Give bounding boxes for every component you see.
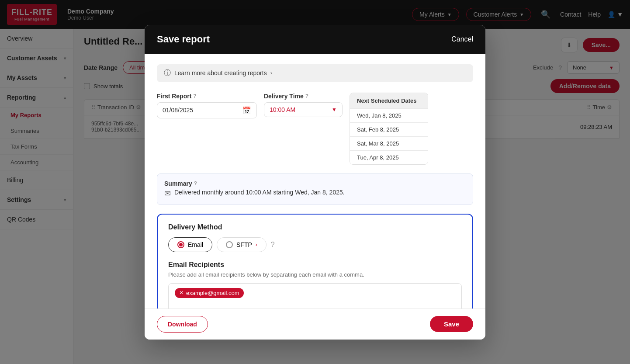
learn-more-text: Learn more about creating reports	[174, 69, 267, 76]
email-recipients-title: Email Recipients	[168, 261, 462, 269]
modal-footer: Download Save	[145, 309, 485, 340]
modal-header: Save report Cancel	[145, 25, 485, 54]
next-scheduled-dates-box: Next Scheduled Dates Wed, Jan 8, 2025 Sa…	[350, 93, 428, 165]
first-report-field: First Report ? 📅	[157, 93, 257, 118]
modal-cancel-button[interactable]: Cancel	[451, 35, 473, 43]
summary-help-icon: ?	[194, 180, 197, 187]
scheduled-date-4: Tue, Apr 8, 2025	[350, 150, 428, 164]
modal-title: Save report	[157, 34, 210, 45]
summary-box: Summary ? ✉ Delivered monthly around 10:…	[157, 173, 473, 205]
delivery-section: Delivery Method Email SFTP › ? Email Rec…	[157, 214, 473, 309]
delivery-time-field: Delivery Time ? 10:00 AM ▼	[264, 93, 343, 117]
modal-save-button[interactable]: Save	[430, 316, 473, 332]
chevron-down-icon: ▼	[332, 107, 337, 113]
radio-email	[177, 241, 184, 248]
calendar-icon[interactable]: 📅	[242, 106, 251, 114]
save-report-modal: Save report Cancel ⓘ Learn more about cr…	[145, 25, 485, 340]
time-select-wrapper[interactable]: 10:00 AM ▼	[264, 102, 343, 117]
email-recipients-desc: Please add all email recipients below by…	[168, 271, 462, 278]
email-input-area[interactable]: ✕ example@gmail.com	[168, 283, 462, 309]
download-button[interactable]: Download	[157, 316, 208, 333]
email-method-button[interactable]: Email	[168, 237, 212, 252]
modal-body: ⓘ Learn more about creating reports › Fi…	[145, 54, 485, 309]
next-scheduled-header: Next Scheduled Dates	[350, 93, 428, 108]
delivery-time-label: Delivery Time ?	[264, 93, 343, 100]
date-input-wrapper[interactable]: 📅	[157, 102, 257, 118]
date-input[interactable]	[163, 107, 239, 114]
learn-more-bar[interactable]: ⓘ Learn more about creating reports ›	[157, 64, 473, 82]
envelope-icon: ✉	[164, 189, 171, 198]
delivery-help-icon[interactable]: ?	[271, 241, 275, 249]
info-icon: ⓘ	[164, 69, 171, 78]
chevron-right-icon: ›	[270, 70, 272, 76]
time-value: 10:00 AM	[270, 106, 328, 113]
chevron-right-icon: ›	[256, 242, 257, 248]
scheduled-date-2: Sat, Feb 8, 2025	[350, 122, 428, 136]
summary-label: Summary ?	[164, 180, 466, 187]
sftp-method-button[interactable]: SFTP ›	[217, 237, 267, 252]
radio-sftp	[226, 241, 233, 248]
first-report-label: First Report ?	[157, 93, 257, 100]
summary-text: Delivered monthly around 10:00 AM starti…	[174, 189, 345, 196]
scheduled-date-3: Sat, Mar 8, 2025	[350, 136, 428, 150]
scheduled-date-1: Wed, Jan 8, 2025	[350, 108, 428, 122]
method-buttons: Email SFTP › ?	[168, 237, 462, 252]
email-tag: ✕ example@gmail.com	[175, 288, 244, 298]
modal-overlay: Save report Cancel ⓘ Learn more about cr…	[0, 0, 630, 364]
first-report-help-icon: ?	[193, 93, 196, 99]
report-config-row: First Report ? 📅 Delivery Time ?	[157, 93, 473, 165]
delivery-time-help-icon: ?	[305, 93, 308, 99]
remove-email-button[interactable]: ✕	[179, 290, 183, 296]
delivery-method-title: Delivery Method	[168, 223, 462, 231]
